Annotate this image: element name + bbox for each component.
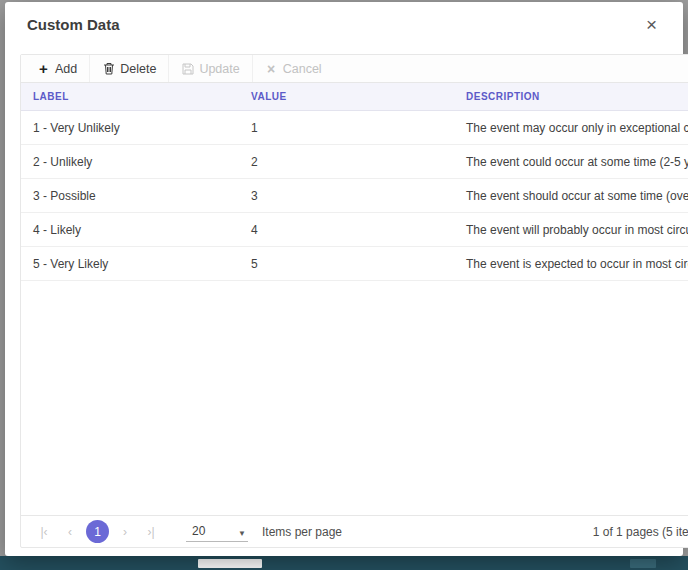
value-cell: 5 <box>239 257 454 271</box>
description-cell: The event will probably occur in most ci… <box>454 223 688 237</box>
table-row[interactable]: 2 - Unlikely2The event could occur at so… <box>21 145 688 179</box>
value-cell: 3 <box>239 189 454 203</box>
plus-icon: + <box>37 62 50 75</box>
table-body: 1 - Very Unlikely1The event may occur on… <box>21 111 688 515</box>
grid-toolbar: + Add Delete <box>21 55 688 83</box>
page-size-dropdown[interactable]: 20 ▼ <box>186 522 248 542</box>
label-cell: 3 - Possible <box>21 189 239 203</box>
cancel-x-icon: × <box>265 62 278 75</box>
table-row[interactable]: 5 - Very Likely5The event is expected to… <box>21 247 688 281</box>
pager: |‹ ‹ 1 › ›| 20 ▼ Items per page 1 of 1 p… <box>21 515 688 547</box>
delete-button[interactable]: Delete <box>90 55 169 82</box>
table-header-row: LABELVALUEDESCRIPTION <box>21 83 688 111</box>
trash-icon <box>102 62 115 75</box>
custom-data-modal: Custom Data × + Add Delete <box>5 2 683 556</box>
label-cell: 4 - Likely <box>21 223 239 237</box>
table-row[interactable]: 1 - Very Unlikely1The event may occur on… <box>21 111 688 145</box>
description-cell: The event is expected to occur in most c… <box>454 257 688 271</box>
label-cell: 1 - Very Unlikely <box>21 121 239 135</box>
modal-header: Custom Data × <box>5 2 683 46</box>
next-page-button[interactable]: › <box>112 519 138 545</box>
update-button[interactable]: Update <box>169 55 252 82</box>
description-cell: The event may occur only in exceptional … <box>454 121 688 135</box>
save-icon <box>181 62 194 75</box>
table-row[interactable]: 4 - Likely4The event will probably occur… <box>21 213 688 247</box>
description-cell: The event could occur at some time (2-5 … <box>454 155 688 169</box>
value-cell: 2 <box>239 155 454 169</box>
last-page-button[interactable]: ›| <box>138 519 164 545</box>
cancel-button-label: Cancel <box>283 62 322 76</box>
background-bottom-bar <box>0 556 688 570</box>
column-header-value[interactable]: VALUE <box>239 91 454 102</box>
pager-info: 1 of 1 pages (5 items) <box>593 525 688 539</box>
table-row[interactable]: 3 - Possible3The event should occur at s… <box>21 179 688 213</box>
custom-data-grid: + Add Delete <box>20 54 688 548</box>
description-cell: The event should occur at some time (ove… <box>454 189 688 203</box>
items-per-page-label: Items per page <box>262 525 342 539</box>
chevron-down-icon: ▼ <box>238 529 246 538</box>
cancel-button[interactable]: × Cancel <box>253 55 334 82</box>
delete-button-label: Delete <box>120 62 156 76</box>
add-button[interactable]: + Add <box>25 55 90 82</box>
modal-title: Custom Data <box>27 16 120 33</box>
column-header-description[interactable]: DESCRIPTION <box>454 91 688 102</box>
background-input-fragment <box>198 559 262 568</box>
update-button-label: Update <box>199 62 239 76</box>
background-chip-fragment <box>630 559 656 568</box>
label-cell: 5 - Very Likely <box>21 257 239 271</box>
column-header-label[interactable]: LABEL <box>21 91 239 102</box>
add-button-label: Add <box>55 62 77 76</box>
page-size-value: 20 <box>192 524 205 538</box>
first-page-button[interactable]: |‹ <box>31 519 57 545</box>
prev-page-button[interactable]: ‹ <box>57 519 83 545</box>
close-icon[interactable]: × <box>642 13 661 36</box>
modal-body: + Add Delete <box>5 46 683 556</box>
label-cell: 2 - Unlikely <box>21 155 239 169</box>
value-cell: 4 <box>239 223 454 237</box>
page-1-button[interactable]: 1 <box>86 520 109 543</box>
value-cell: 1 <box>239 121 454 135</box>
